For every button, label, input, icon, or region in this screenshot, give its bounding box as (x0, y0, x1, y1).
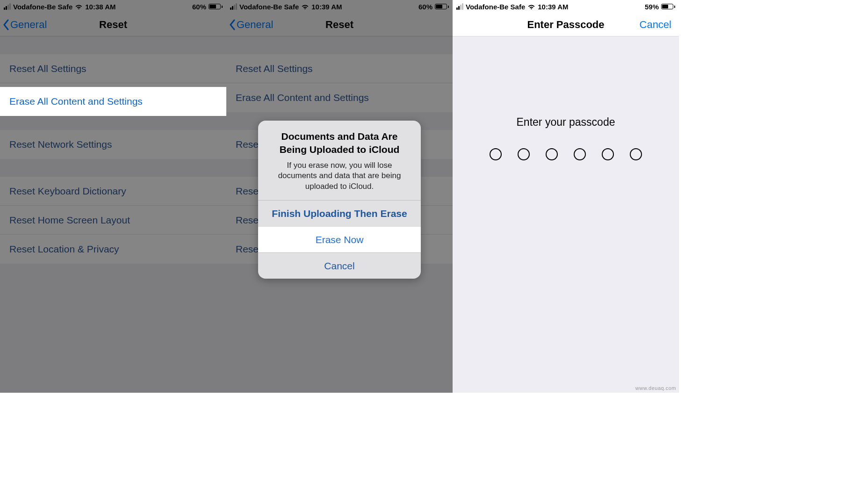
passcode-prompt: Enter your passcode (517, 116, 615, 129)
battery-percent: 59% (645, 3, 659, 11)
status-bar: Vodafone-Be Safe 10:39 AM 59% (453, 0, 679, 13)
status-bar: Vodafone-Be Safe 10:38 AM 60% (0, 0, 226, 13)
icloud-upload-alert: Documents and Data Are Being Uploaded to… (258, 121, 421, 279)
reset-network-row[interactable]: Reset Network Settings (0, 130, 226, 159)
erase-now-button[interactable]: Erase Now (258, 226, 421, 252)
nav-bar: General Reset (0, 13, 226, 36)
passcode-dot (490, 148, 502, 160)
passcode-dot (574, 148, 586, 160)
nav-bar: General Reset (226, 13, 453, 36)
status-bar: Vodafone-Be Safe 10:39 AM 60% (226, 0, 453, 13)
passcode-dot (630, 148, 642, 160)
page-title: Reset (226, 19, 453, 31)
reset-all-settings-row[interactable]: Reset All Settings (226, 54, 453, 83)
passcode-dot (546, 148, 558, 160)
reset-all-settings-row[interactable]: Reset All Settings (0, 54, 226, 83)
passcode-dot (518, 148, 530, 160)
battery-percent: 60% (418, 3, 432, 11)
wifi-icon (527, 4, 535, 10)
passcode-dots[interactable] (490, 148, 642, 160)
reset-home-row[interactable]: Reset Home Screen Layout (0, 206, 226, 235)
reset-keyboard-row[interactable]: Reset Keyboard Dictionary (0, 177, 226, 206)
carrier-label: Vodafone-Be Safe (239, 3, 299, 11)
wifi-icon (75, 4, 83, 10)
battery-icon (209, 4, 223, 9)
screen-erase-alert: Vodafone-Be Safe 10:39 AM 60% General Re… (226, 0, 453, 393)
cancel-button[interactable]: Cancel (640, 19, 671, 31)
alert-title: Documents and Data Are Being Uploaded to… (258, 121, 421, 158)
battery-percent: 60% (192, 3, 206, 11)
erase-all-row-highlight[interactable]: Erase All Content and Settings (0, 87, 226, 116)
watermark: www.deuaq.com (635, 385, 676, 391)
alert-message: If you erase now, you will lose document… (258, 158, 421, 200)
battery-icon (661, 4, 675, 9)
page-title: Reset (0, 19, 226, 31)
passcode-dot (602, 148, 614, 160)
time-label: 10:38 AM (85, 3, 115, 11)
time-label: 10:39 AM (311, 3, 342, 11)
nav-bar: Enter Passcode Cancel (453, 13, 679, 36)
finish-uploading-button[interactable]: Finish Uploading Then Erase (258, 200, 421, 226)
time-label: 10:39 AM (538, 3, 568, 11)
carrier-label: Vodafone-Be Safe (13, 3, 72, 11)
wifi-icon (301, 4, 309, 10)
signal-icon (4, 3, 11, 10)
screen-reset-list: Vodafone-Be Safe 10:38 AM 60% General Re… (0, 0, 226, 393)
signal-icon (456, 3, 463, 10)
screen-enter-passcode: Vodafone-Be Safe 10:39 AM 59% Enter Pass… (453, 0, 679, 393)
erase-all-row[interactable]: Erase All Content and Settings (226, 83, 453, 112)
battery-icon (435, 4, 449, 9)
passcode-area: Enter your passcode (453, 36, 679, 393)
signal-icon (230, 3, 237, 10)
alert-cancel-button[interactable]: Cancel (258, 252, 421, 279)
reset-location-row[interactable]: Reset Location & Privacy (0, 235, 226, 264)
carrier-label: Vodafone-Be Safe (466, 3, 525, 11)
